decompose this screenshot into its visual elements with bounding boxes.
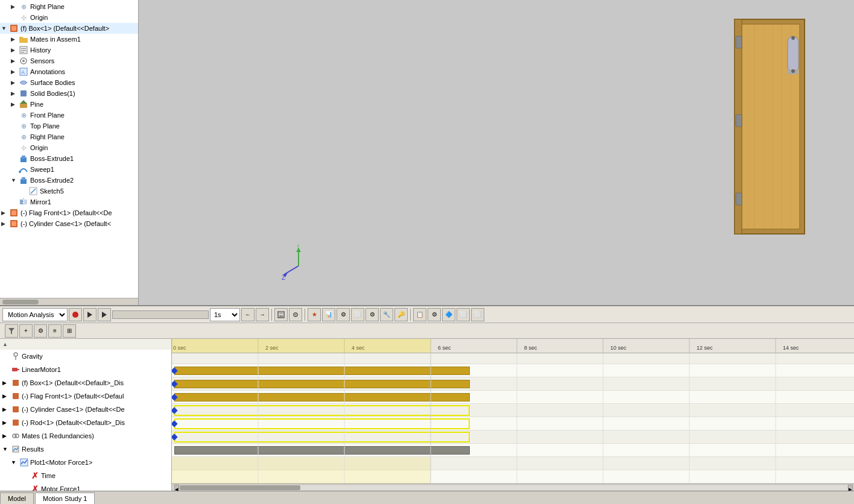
tree-item-boss-extrude2[interactable]: ▼ Boss-Extrude2 <box>0 175 138 186</box>
tree-item-sensors[interactable]: ▶ Sensors <box>0 55 138 66</box>
timeline-row-gravity[interactable] <box>172 364 854 377</box>
scroll-left-btn[interactable]: ◂ <box>174 485 179 491</box>
playback-slider[interactable] <box>112 310 209 319</box>
bar-flag[interactable] <box>174 405 470 416</box>
tree-scroll-thumb[interactable] <box>2 300 39 304</box>
motion-item-box1[interactable]: ▶ (f) Box<1> (Default<<Default>_Dis <box>0 376 171 389</box>
tree-item-right-plane-top[interactable]: ▶ ⊕ Right Plane <box>0 1 138 12</box>
tree-item-origin-top[interactable]: ⊹ Origin <box>0 12 138 23</box>
tree-item-sketch5[interactable]: Sketch5 <box>0 186 138 197</box>
origin-icon: ⊹ <box>18 13 29 22</box>
motion-item-gravity[interactable]: Gravity <box>0 350 171 363</box>
tree-item-front-plane[interactable]: ⊕ Front Plane <box>0 110 138 121</box>
motor-icon <box>11 365 21 374</box>
bar-mates[interactable] <box>174 446 470 455</box>
tb-btn-12[interactable]: 🔷 <box>442 308 455 321</box>
motion-item-plot1[interactable]: ▼ Plot1<Motor Force1> <box>0 456 171 469</box>
bar-rod[interactable] <box>174 432 470 443</box>
motion-tree-collapse-top[interactable]: ▲ <box>0 339 171 350</box>
svg-point-56 <box>295 314 296 315</box>
tree-item-mates[interactable]: ▶ Mates in Assem1 <box>0 34 138 45</box>
grid-button[interactable]: ⊞ <box>63 324 76 338</box>
tree-item-annotations[interactable]: ▶ A Annotations <box>0 66 138 77</box>
motion-item-mates[interactable]: ▶ Mates (1 Redundancies) <box>0 429 171 443</box>
bar-box1[interactable] <box>174 393 470 402</box>
motion-item-flag-front[interactable]: ▶ (-) Flag Front<1> (Default<<Defaul <box>0 389 171 403</box>
bar-cylinder[interactable] <box>174 418 470 429</box>
scroll-right-btn[interactable]: ▸ <box>848 485 853 491</box>
timeline-row-box1[interactable] <box>172 391 854 404</box>
motion-mode-select[interactable]: Motion Analysis Basic Motion Animation <box>2 308 68 321</box>
prev-frame-button[interactable]: ← <box>241 308 255 321</box>
tb-btn-11[interactable]: ⚙ <box>428 308 441 321</box>
record-button[interactable] <box>69 308 82 321</box>
filter-button[interactable] <box>5 324 18 338</box>
svg-rect-53 <box>279 315 283 318</box>
motion-item-results[interactable]: ▼ Results <box>0 443 171 456</box>
tree-item-history[interactable]: ▶ History <box>0 45 138 55</box>
tree-item-origin[interactable]: ⊹ Origin <box>0 142 138 153</box>
svg-point-7 <box>22 60 25 62</box>
timeline-scrollbar[interactable]: ◂ ▸ <box>172 484 854 491</box>
scroll-thumb[interactable] <box>180 485 300 490</box>
tb-btn-7[interactable]: ⚙ <box>365 308 379 321</box>
surface-icon <box>18 78 29 87</box>
timeline-row-mates[interactable] <box>172 444 854 457</box>
bar-gravity[interactable] <box>174 367 470 375</box>
bar-motor[interactable] <box>174 380 470 388</box>
tb-btn-5[interactable]: ⚙ <box>337 308 350 321</box>
component-motion-icon-4 <box>11 418 21 427</box>
tree-scrollbar[interactable] <box>0 298 138 305</box>
play-from-start-button[interactable] <box>83 308 96 321</box>
tab-motion-study-1[interactable]: Motion Study 1 <box>35 493 95 504</box>
tb-btn-4[interactable]: 📊 <box>322 308 335 321</box>
tree-item-flag-front[interactable]: ▶ (-) Flag Front<1> (Default<<De <box>0 207 138 218</box>
timeline-row-flag-front[interactable] <box>172 404 854 417</box>
motion-item-time[interactable]: ✗ Time <box>0 469 171 482</box>
annotations-icon: A <box>18 67 29 77</box>
scroll-track[interactable] <box>180 485 847 490</box>
tree-item-top-plane[interactable]: ⊕ Top Plane <box>0 121 138 131</box>
tb-btn-13[interactable]: ⬜ <box>457 308 470 321</box>
save-button[interactable] <box>274 308 288 321</box>
svg-marker-51 <box>102 312 107 318</box>
motion-study-panel: Motion Analysis Basic Motion Animation 1… <box>0 305 854 504</box>
timeline-row-rod[interactable] <box>172 430 854 444</box>
play-button[interactable] <box>98 308 111 321</box>
svg-rect-38 <box>736 193 742 205</box>
solid-icon <box>18 89 29 98</box>
motion-item-cylinder-case[interactable]: ▶ (-) Cylinder Case<1> (Default<<De <box>0 403 171 416</box>
speed-select[interactable]: 1s 2s 0.5s <box>210 308 240 321</box>
timeline-row-cylinder[interactable] <box>172 417 854 430</box>
motion-item-linear-motor[interactable]: LinearMotor1 <box>0 363 171 376</box>
mirror-icon <box>18 197 29 207</box>
tree-item-boss-extrude1[interactable]: Boss-Extrude1 <box>0 153 138 164</box>
tree-item-right-plane[interactable]: ⊕ Right Plane <box>0 131 138 142</box>
plane-icon: ⊕ <box>18 110 29 120</box>
motion-item-motor-force[interactable]: ✗ Motor Force1 <box>0 482 171 491</box>
cascade-button[interactable]: ≡ <box>48 324 62 338</box>
tb-btn-9[interactable]: 🔑 <box>394 308 408 321</box>
tree-item-solid-bodies[interactable]: ▶ Solid Bodies(1) <box>0 88 138 99</box>
add-key-button[interactable]: + <box>19 324 33 338</box>
tb-btn-3[interactable]: ★ <box>308 308 321 321</box>
results-icon <box>11 444 21 454</box>
feature-tree-panel: ▶ ⊕ Right Plane ⊹ Origin ▼ (f) Box<1> (D… <box>0 0 139 305</box>
motion-item-rod[interactable]: ▶ (-) Rod<1> (Default<<Default>_Dis <box>0 416 171 429</box>
tb-btn-8[interactable]: 🔧 <box>380 308 393 321</box>
config-button[interactable]: ⚙ <box>34 324 47 338</box>
tree-item-pine[interactable]: ▶ Pine <box>0 99 138 110</box>
tree-item-box1[interactable]: ▼ (f) Box<1> (Default<<Default> <box>0 23 138 34</box>
tree-item-cylinder-case[interactable]: ▶ (-) Cylinder Case<1> (Default< <box>0 218 138 229</box>
tree-item-mirror1[interactable]: Mirror1 <box>0 197 138 207</box>
tree-item-sweep1[interactable]: Sweep1 <box>0 164 138 175</box>
tb-btn-6[interactable]: ⬜ <box>351 308 364 321</box>
timeline-row-linear-motor[interactable] <box>172 377 854 391</box>
settings-button[interactable] <box>289 308 302 321</box>
tree-item-surface-bodies[interactable]: ▶ Surface Bodies <box>0 77 138 88</box>
tb-btn-10[interactable]: 📋 <box>413 308 426 321</box>
tab-model[interactable]: Model <box>0 493 34 504</box>
history-icon <box>18 45 29 55</box>
tb-btn-14[interactable]: ⬜ <box>471 308 484 321</box>
next-frame-button[interactable]: → <box>256 308 269 321</box>
